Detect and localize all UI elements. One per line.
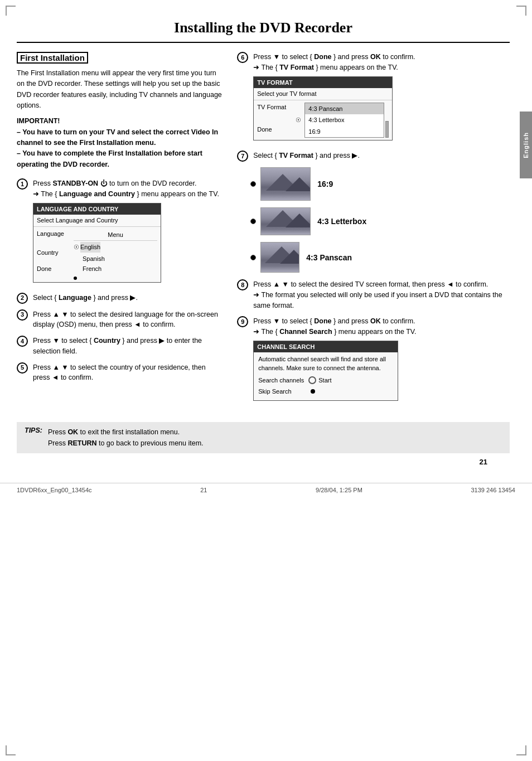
- footer-far-right: 3139 246 13454: [471, 487, 515, 493]
- dot-16-9: [250, 181, 256, 187]
- step-number-7: 7: [237, 151, 248, 162]
- step-7-content: Select { TV Format } and press ▶.: [253, 151, 510, 161]
- aspect-43-panscan: 4:3 Panscan: [250, 242, 510, 273]
- panscan-option: 4:3 Panscan: [305, 103, 384, 115]
- step-6-arrow: ➜ The { TV Format } menu appears on the …: [253, 64, 398, 71]
- scrollbar: [385, 121, 389, 138]
- aspect-img-169: [260, 167, 311, 201]
- tv-format-title: TV FORMAT: [254, 77, 392, 89]
- standby-on-key: STANDBY-ON: [52, 180, 98, 187]
- channel-search-menu: CHANNEL SEARCH Automatic channel search …: [253, 341, 398, 401]
- tv-format-scroll: [384, 103, 389, 138]
- step-9-arrow: ➜ The { Channel Search } menu appears on…: [253, 328, 416, 336]
- footer: 1DVDR6xx_Eng00_13454c 21 9/28/04, 1:25 P…: [0, 483, 532, 497]
- step-number-1: 1: [17, 178, 28, 190]
- corner-mark-bl: [6, 745, 16, 755]
- step-1: 1 Press STANDBY-ON ⏻ to turn on the DVD …: [17, 178, 224, 287]
- spanish-option: Spanish: [74, 254, 157, 264]
- channel-body: Automatic channel search will find and s…: [254, 352, 398, 400]
- lang-menu-options: Menu ☉ English Spanish French: [70, 229, 157, 280]
- step-5-content: Press ▲ ▼ to select the country of your …: [33, 362, 224, 384]
- english-option-row: ☉ English: [74, 241, 157, 254]
- tv-format-subtitle: Select your TV format: [254, 88, 392, 100]
- important-body: – You have to turn on your TV and select…: [17, 127, 224, 171]
- tips-label: TIPS:: [25, 426, 42, 434]
- step-number-6: 6: [237, 52, 248, 63]
- tv-format-menu: TV FORMAT Select your TV format TV Forma…: [253, 76, 393, 141]
- important-title: IMPORTANT!: [17, 117, 224, 125]
- left-column: First Installation The First Installatio…: [17, 52, 224, 411]
- start-label: Start: [318, 376, 331, 385]
- label-169: 16:9: [317, 180, 333, 188]
- step-9-content: Press ▼ to select { Done } and press OK …: [253, 316, 510, 405]
- menu-header: Menu: [74, 229, 157, 241]
- circle-icon2: ☉: [296, 115, 301, 125]
- aspect-img-letterbox: [260, 207, 311, 235]
- mountain-panscan: [261, 243, 299, 272]
- page-title: Installing the DVD Recorder: [17, 11, 510, 43]
- tv-format-options: 4:3 Panscan 4:3 Letterbox 16:9: [304, 103, 384, 138]
- right-column: 6 Press ▼ to select { Done } and press O…: [237, 52, 510, 411]
- step-2: 2 Select { Language } and press ▶.: [17, 293, 224, 304]
- tv-format-body: TV Format Done ☉ 4:3 Panscan 4:3 Letterb…: [254, 100, 392, 140]
- footer-left: 1DVDR6xx_Eng00_13454c: [17, 487, 92, 493]
- done-label: Done: [37, 264, 70, 274]
- step-1-content: Press STANDBY-ON ⏻ to turn on the DVD re…: [33, 178, 224, 287]
- page-number: 21: [480, 458, 499, 466]
- tv-format-labels: TV Format Done: [257, 103, 293, 138]
- mountain-169: [261, 168, 310, 200]
- search-channels-label: Search channels: [258, 376, 308, 385]
- step-number-5: 5: [17, 362, 28, 374]
- tips-content: Press OK to exit the first installation …: [48, 426, 204, 449]
- step-number-9: 9: [237, 316, 248, 327]
- step-5: 5 Press ▲ ▼ to select the country of you…: [17, 362, 224, 384]
- circle-icon: ☉: [74, 243, 79, 252]
- english-option: English: [80, 242, 100, 253]
- lang-menu-body: Language Country Done Menu ☉ English: [33, 227, 161, 282]
- tv-done-label: Done: [257, 125, 293, 134]
- page-content: Installing the DVD Recorder First Instal…: [0, 0, 532, 477]
- country-label: Country: [37, 248, 70, 258]
- lang-menu-labels: Language Country Done: [37, 229, 70, 280]
- step-number-3: 3: [17, 309, 28, 321]
- step-4: 4 Press ▼ to select { Country } and pres…: [17, 336, 224, 357]
- step-3-content: Press ▲ ▼ to select the desired language…: [33, 309, 224, 331]
- intro-text: The First Installation menu will appear …: [17, 68, 224, 112]
- label-panscan: 4:3 Panscan: [306, 253, 352, 262]
- aspect-43-letterbox: 4:3 Letterbox: [250, 207, 510, 235]
- dot-43-ps: [250, 255, 256, 260]
- step-9: 9 Press ▼ to select { Done } and press O…: [237, 316, 510, 405]
- search-channels-row: Search channels Start: [258, 376, 393, 385]
- dot-43-lb: [250, 219, 256, 224]
- tv-format-label: TV Format: [257, 103, 293, 112]
- lang-label: Language: [37, 229, 70, 239]
- skip-search-row: Skip Search: [258, 387, 393, 396]
- step-number-4: 4: [17, 336, 28, 347]
- footer-right: 9/28/04, 1:25 PM: [316, 487, 362, 493]
- step-number-2: 2: [17, 293, 28, 304]
- page-number-area: 21: [17, 453, 510, 466]
- done-dot: [74, 277, 77, 280]
- step-6: 6 Press ▼ to select { Done } and press O…: [237, 52, 510, 145]
- footer-center: 21: [200, 487, 207, 493]
- step-8-arrow: ➜ The format you selected will only be u…: [253, 291, 502, 309]
- tips-section: TIPS: Press OK to exit the first install…: [17, 422, 510, 453]
- channel-text: Automatic channel search will find and s…: [258, 355, 393, 372]
- step-1-arrow: ➜ The { Language and Country } menu appe…: [33, 190, 219, 198]
- step-7: 7 Select { TV Format } and press ▶.: [237, 151, 510, 162]
- section-heading: First Installation: [17, 52, 88, 64]
- aspect-img-panscan: [260, 242, 299, 273]
- skip-dot: [311, 389, 315, 394]
- step-2-content: Select { Language } and press ▶.: [33, 293, 224, 303]
- language-country-menu: LANGUAGE AND COUNTRY Select Language and…: [33, 203, 161, 283]
- 169-option: 16:9: [305, 126, 384, 138]
- ok-key: OK: [67, 428, 78, 436]
- lang-menu-subtitle: Select Language and Country: [33, 215, 161, 227]
- step-number-8: 8: [237, 279, 248, 290]
- gear-icon: [308, 376, 316, 384]
- aspect-ratio-section: 16:9 4:3 Letterbox 4:3 Panscan: [250, 167, 510, 273]
- skip-search-label: Skip Search: [258, 387, 308, 396]
- aspect-169: 16:9: [250, 167, 510, 201]
- done-row: [74, 277, 157, 280]
- step-3: 3 Press ▲ ▼ to select the desired langua…: [17, 309, 224, 331]
